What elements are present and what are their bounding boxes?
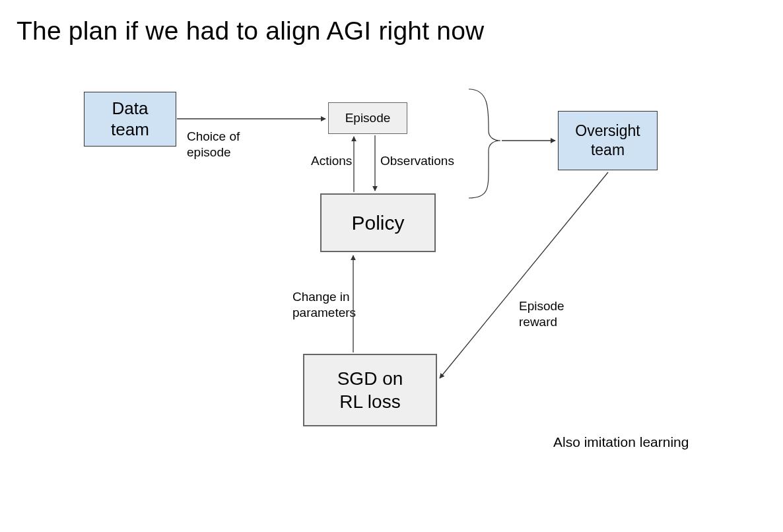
box-policy: Policy [320,193,436,252]
box-episode: Episode [328,102,407,134]
connectors [0,0,783,532]
label-episode-reward: Episode reward [519,298,564,330]
box-sgd: SGD on RL loss [303,354,437,426]
slide-title: The plan if we had to align AGI right no… [17,17,484,46]
brace-group [469,89,500,198]
box-oversight-team: Oversight team [558,111,658,170]
footnote-imitation: Also imitation learning [553,434,689,450]
box-oversight-team-label: Oversight team [575,121,640,160]
box-data-team-label: Data team [111,98,149,139]
box-episode-label: Episode [345,111,391,125]
label-choice-of-episode: Choice of episode [187,129,240,160]
label-observations: Observations [380,153,454,169]
arrow-episode-reward [440,172,608,378]
box-policy-label: Policy [351,212,404,234]
label-actions: Actions [311,153,352,169]
box-data-team: Data team [84,92,176,147]
box-sgd-label: SGD on RL loss [337,367,403,413]
label-change-in-parameters: Change in parameters [292,289,356,321]
diagram-stage: The plan if we had to align AGI right no… [0,0,783,532]
